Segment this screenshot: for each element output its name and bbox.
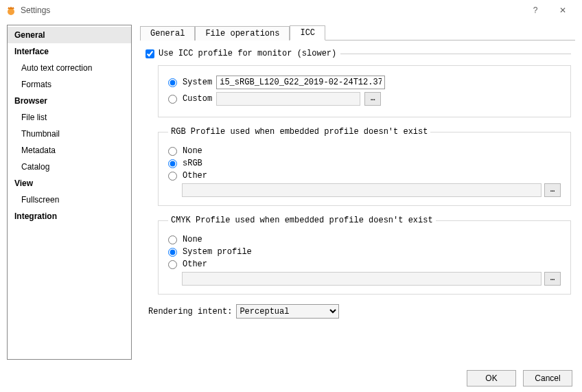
cmyk-other-radio[interactable] bbox=[168, 260, 177, 269]
window-title: Settings bbox=[21, 5, 50, 15]
tab-icc[interactable]: ICC bbox=[290, 25, 325, 41]
sidebar-item-auto-text-correction[interactable]: Auto text correction bbox=[8, 60, 131, 76]
tabs: General File operations ICC bbox=[140, 25, 575, 40]
rgb-other-label: Other bbox=[183, 171, 207, 181]
cmyk-other-browse-button[interactable]: … bbox=[544, 272, 561, 286]
cmyk-system-label: System profile bbox=[183, 247, 252, 257]
tab-general[interactable]: General bbox=[140, 26, 195, 41]
custom-profile-field bbox=[216, 92, 360, 106]
custom-browse-button[interactable]: … bbox=[364, 92, 381, 106]
sidebar-item-fullscreen[interactable]: Fullscreen bbox=[8, 192, 131, 208]
system-radio-label: System bbox=[183, 78, 212, 87]
rgb-none-radio[interactable] bbox=[168, 147, 177, 156]
svg-point-0 bbox=[8, 8, 14, 15]
sidebar-item-browser[interactable]: Browser bbox=[8, 93, 131, 109]
cmyk-profile-group: CMYK Profile used when embedded profile … bbox=[158, 216, 571, 295]
rgb-other-browse-button[interactable]: … bbox=[544, 183, 561, 197]
sidebar-item-catalog[interactable]: Catalog bbox=[8, 159, 131, 175]
cmyk-system-radio[interactable] bbox=[168, 248, 177, 257]
rendering-intent-label: Rendering intent: bbox=[148, 307, 232, 316]
sidebar-item-integration[interactable]: Integration bbox=[8, 208, 131, 224]
rgb-srgb-radio[interactable] bbox=[168, 159, 177, 168]
rgb-other-radio[interactable] bbox=[168, 172, 177, 181]
app-icon bbox=[5, 5, 16, 16]
system-radio[interactable] bbox=[168, 78, 177, 87]
rgb-other-field bbox=[182, 183, 542, 197]
divider bbox=[340, 54, 571, 54]
rgb-profile-group: RGB Profile used when embedded profile d… bbox=[158, 127, 571, 206]
use-icc-label: Use ICC profile for monitor (slower) bbox=[159, 49, 336, 58]
rgb-legend: RGB Profile used when embedded profile d… bbox=[168, 127, 430, 137]
sidebar-item-view[interactable]: View bbox=[8, 175, 131, 192]
main-panel: General File operations ICC Use ICC prof… bbox=[140, 25, 575, 360]
custom-radio-label: Custom bbox=[183, 94, 212, 104]
cancel-button[interactable]: Cancel bbox=[523, 370, 572, 387]
rgb-none-label: None bbox=[183, 146, 202, 156]
rgb-srgb-label: sRGB bbox=[183, 159, 202, 168]
sidebar-item-file-list[interactable]: File list bbox=[8, 109, 131, 126]
cmyk-none-label: None bbox=[183, 235, 202, 244]
dialog-buttons: OK Cancel bbox=[467, 370, 572, 387]
sidebar-item-formats[interactable]: Formats bbox=[8, 76, 131, 93]
cmyk-none-radio[interactable] bbox=[168, 235, 177, 244]
help-button[interactable]: ? bbox=[522, 1, 549, 20]
tab-file-operations[interactable]: File operations bbox=[195, 26, 290, 41]
cmyk-other-label: Other bbox=[183, 260, 207, 269]
use-icc-checkbox[interactable] bbox=[146, 49, 154, 58]
cmyk-legend: CMYK Profile used when embedded profile … bbox=[168, 216, 436, 225]
custom-radio[interactable] bbox=[168, 95, 177, 104]
sidebar-item-general[interactable]: General bbox=[8, 27, 131, 43]
ok-button[interactable]: OK bbox=[467, 370, 516, 387]
sidebar-item-metadata[interactable]: Metadata bbox=[8, 142, 131, 159]
close-button[interactable]: ✕ bbox=[549, 1, 577, 20]
system-profile-field[interactable] bbox=[216, 76, 385, 89]
rendering-intent-select[interactable]: Perceptual bbox=[236, 304, 339, 319]
tab-content-icc: Use ICC profile for monitor (slower) Sys… bbox=[140, 40, 575, 323]
icc-source-group: System Custom … bbox=[158, 65, 571, 117]
titlebar: Settings ? ✕ bbox=[0, 0, 582, 21]
cmyk-other-field bbox=[182, 272, 542, 286]
sidebar-item-thumbnail[interactable]: Thumbnail bbox=[8, 126, 131, 142]
sidebar-item-interface[interactable]: Interface bbox=[8, 43, 131, 60]
settings-sidebar: General Interface Auto text correction F… bbox=[7, 25, 132, 360]
